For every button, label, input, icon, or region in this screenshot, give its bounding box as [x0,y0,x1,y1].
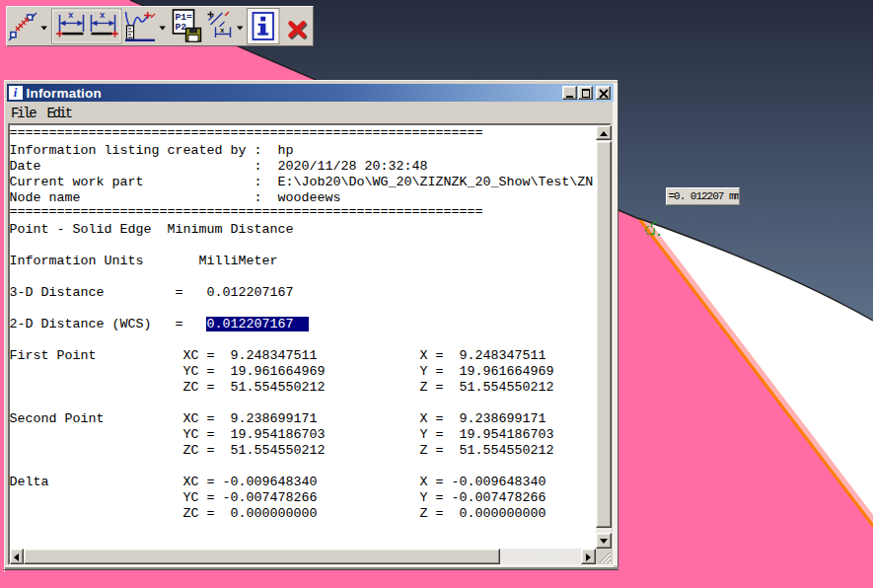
svg-text:x: x [220,27,225,35]
svg-text:x: x [100,11,106,21]
svg-text:P2: P2 [176,22,187,33]
svg-text:x: x [68,11,74,21]
